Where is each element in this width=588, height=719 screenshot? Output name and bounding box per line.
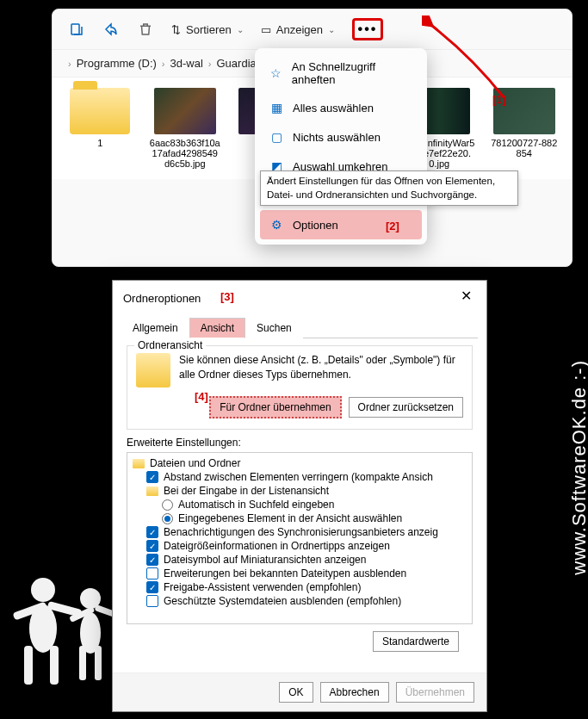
apply-to-folders-button[interactable]: Für Ordner übernehmen <box>209 396 341 418</box>
checkbox-icon[interactable]: ✓ <box>146 526 158 538</box>
tree-item: Bei der Eingabe in der Listenansicht <box>131 484 468 498</box>
radio-icon[interactable] <box>162 513 173 524</box>
menu-label: An Schnellzugriff anheften <box>292 60 413 86</box>
checkbox-icon[interactable]: ✓ <box>146 581 158 593</box>
sort-button[interactable]: ⇅ Sortieren ⌄ <box>171 23 244 36</box>
tree-item[interactable]: ✓Erweiterungen bei bekannten Dateitypen … <box>131 567 468 580</box>
more-button[interactable]: ••• <box>352 18 383 40</box>
ok-button[interactable]: OK <box>279 682 313 703</box>
tree-item[interactable]: ✓Abstand zwischen Elementen verringern (… <box>131 470 468 484</box>
dialog-body: Ordneransicht Sie können diese Ansicht (… <box>113 338 486 659</box>
menu-select-all[interactable]: ▦ Alles auswählen <box>260 93 422 122</box>
menu-options[interactable]: ⚙ Optionen <box>260 210 422 239</box>
tab-view[interactable]: Ansicht <box>189 318 245 338</box>
file-label: 781200727-882854 <box>489 138 560 158</box>
svg-point-0 <box>31 578 55 602</box>
file-item[interactable]: 6aac83b363f10a17afad4298549d6c5b.jpg <box>150 88 221 169</box>
radio-icon[interactable] <box>162 499 173 511</box>
checkbox-icon[interactable]: ✓ <box>146 540 158 552</box>
folder-icon <box>133 459 145 468</box>
image-thumbnail <box>493 88 555 134</box>
advanced-tree[interactable]: Dateien und Ordner ✓Abstand zwischen Ele… <box>127 452 473 624</box>
tooltip: Ändert Einstellungen für das Öffnen von … <box>260 170 518 206</box>
file-label: 1 <box>97 138 102 148</box>
tree-item[interactable]: ✓Geschützte Systemdateien ausblenden (em… <box>131 594 468 608</box>
reset-folders-button[interactable]: Ordner zurücksetzen <box>349 397 463 418</box>
folder-options-dialog: Ordneroptionen ✕ Allgemein Ansicht Suche… <box>112 280 487 712</box>
checkbox-icon[interactable]: ✓ <box>146 471 158 483</box>
sort-icon: ⇅ <box>171 23 181 36</box>
tree-root: Dateien und Ordner <box>131 456 468 470</box>
delete-icon[interactable] <box>137 21 154 38</box>
chevron-right-icon: › <box>162 59 165 69</box>
view-icon: ▭ <box>261 23 271 36</box>
tree-item[interactable]: Eingegebenes Element in der Ansicht ausw… <box>131 511 468 525</box>
menu-select-none[interactable]: ▢ Nichts auswählen <box>260 122 422 152</box>
breadcrumb-item[interactable]: 3d-wal <box>170 57 203 70</box>
svg-rect-2 <box>24 646 33 685</box>
folder-icon <box>146 487 158 496</box>
tree-item[interactable]: ✓Freigabe-Assistent verwenden (empfohlen… <box>131 580 468 594</box>
menu-pin-quickaccess[interactable]: ☆ An Schnellzugriff anheften <box>260 53 422 93</box>
menu-label: Optionen <box>293 219 338 232</box>
select-all-icon: ▦ <box>269 100 284 115</box>
svg-rect-12 <box>71 24 79 34</box>
view-button[interactable]: ▭ Anzeigen ⌄ <box>261 23 335 36</box>
share-icon[interactable] <box>102 21 120 38</box>
apply-button[interactable]: Übernehmen <box>396 682 474 703</box>
chevron-right-icon: › <box>68 59 71 69</box>
advanced-label: Erweiterte Einstellungen: <box>127 437 473 449</box>
breadcrumb-item[interactable]: Programme (D:) <box>77 57 157 70</box>
file-item[interactable]: 781200727-882854 <box>489 88 560 169</box>
context-menu: ☆ An Schnellzugriff anheften ▦ Alles aus… <box>255 48 427 245</box>
image-thumbnail <box>154 88 216 134</box>
svg-rect-8 <box>79 646 86 680</box>
toolbar: ⇅ Sortieren ⌄ ▭ Anzeigen ⌄ ••• <box>53 9 572 50</box>
view-label: Anzeigen <box>276 23 323 36</box>
options-icon: ⚙ <box>269 217 284 232</box>
breadcrumb-item[interactable]: Guardia <box>217 57 257 70</box>
chevron-down-icon: ⌄ <box>237 25 244 34</box>
dialog-title: Ordneroptionen <box>123 292 201 305</box>
new-icon[interactable] <box>68 21 85 38</box>
tree-item[interactable]: Automatisch in Suchfeld eingeben <box>131 498 468 511</box>
chevron-down-icon: ⌄ <box>328 25 335 34</box>
menu-label: Alles auswählen <box>293 102 374 115</box>
defaults-button[interactable]: Standardwerte <box>373 631 459 652</box>
cancel-button[interactable]: Abbrechen <box>320 682 389 703</box>
folder-icon <box>136 353 170 387</box>
tab-strip: Allgemein Ansicht Suchen <box>121 317 478 338</box>
sort-label: Sortieren <box>186 23 232 36</box>
svg-rect-3 <box>50 646 59 685</box>
select-none-icon: ▢ <box>269 129 284 145</box>
groupbox-legend: Ordneransicht <box>134 339 206 351</box>
tree-item[interactable]: ✓Dateigrößeinformationen in Ordnertipps … <box>131 539 468 553</box>
dialog-titlebar: Ordneroptionen ✕ <box>113 281 486 315</box>
groupbox-folderview: Ordneransicht Sie können diese Ansicht (… <box>127 345 473 430</box>
watermark-text: www.SoftwareOK.de :-) <box>568 360 588 575</box>
checkbox-icon[interactable]: ✓ <box>146 554 158 566</box>
close-button[interactable]: ✕ <box>455 288 476 308</box>
tab-search[interactable]: Suchen <box>245 318 303 338</box>
tab-general[interactable]: Allgemein <box>121 318 189 338</box>
tree-item[interactable]: ✓Dateisymbol auf Miniaturansichten anzei… <box>131 553 468 567</box>
tree-item[interactable]: ✓Benachrichtigungen des Synchronisierung… <box>131 525 468 539</box>
dialog-footer: OK Abbrechen Übernehmen <box>113 673 486 711</box>
menu-label: Nichts auswählen <box>293 131 381 144</box>
groupbox-text: Sie können diese Ansicht (z. B. „Details… <box>179 353 463 382</box>
pin-icon: ☆ <box>269 65 283 81</box>
checkbox-icon[interactable]: ✓ <box>146 567 158 580</box>
watermark-figure <box>9 564 129 702</box>
chevron-right-icon: › <box>208 59 212 69</box>
checkbox-icon[interactable]: ✓ <box>146 595 158 607</box>
folder-icon <box>70 88 130 134</box>
file-label: 6aac83b363f10a17afad4298549d6c5b.jpg <box>150 138 221 169</box>
folder-item[interactable]: 1 <box>65 88 136 169</box>
svg-rect-9 <box>95 646 102 680</box>
